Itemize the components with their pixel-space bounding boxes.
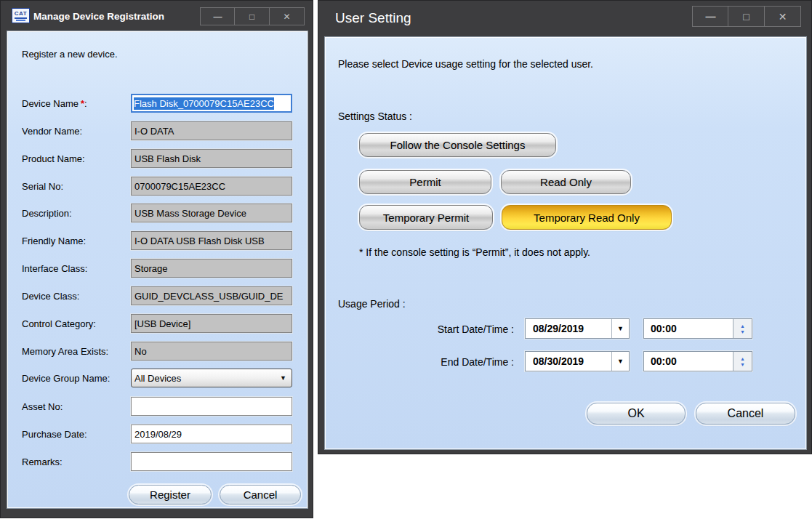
end-date-select[interactable]: 08/30/2019 ▼ [525, 351, 630, 371]
dropdown-arrow-icon[interactable]: ▼ [611, 319, 629, 338]
field-label: Description: [22, 208, 72, 219]
end-datetime-row: End Date/Time : 08/30/2019 ▼ 00:00 ▲ ▼ [325, 351, 808, 373]
field-label: Asset No: [22, 401, 63, 412]
control-category-field: [USB Device] [131, 314, 292, 333]
vendor-name-field: I-O DATA [131, 121, 292, 140]
intro-text: Register a new device. [22, 49, 118, 60]
field-row: Control Category: [USB Device] [22, 314, 292, 333]
device-group-select[interactable]: All Devices ▼ [131, 369, 292, 387]
close-icon: ✕ [779, 11, 787, 23]
minimize-button[interactable]: — [200, 7, 235, 25]
memory-area-exists-field: No [131, 342, 292, 361]
field-row: Device Name*: Flash Disk_0700079C15AE23C… [22, 94, 292, 113]
remarks-input[interactable] [131, 452, 292, 471]
field-row: Memory Area Exists: No [22, 342, 292, 361]
prompt-text: Please select Device usage setting for t… [338, 58, 593, 70]
field-label: Friendly Name: [22, 236, 86, 246]
field-row: Asset No: [22, 397, 292, 416]
close-button[interactable]: ✕ [765, 6, 801, 27]
register-button[interactable]: Register [129, 485, 212, 504]
spinner-up-icon[interactable]: ▲ [740, 356, 745, 361]
required-asterisk: * [79, 98, 84, 109]
note-text: * If the console setting is “Permit”, it… [359, 246, 590, 258]
cat-app-icon: CAT [12, 8, 30, 23]
settings-status-label: Settings Status : [338, 110, 412, 122]
maximize-button[interactable]: □ [728, 6, 765, 27]
titlebar[interactable]: User Setting — □ ✕ [318, 1, 811, 36]
minimize-icon: — [214, 12, 222, 22]
close-icon: ✕ [283, 12, 290, 22]
field-label: Device Class: [22, 291, 79, 302]
asset-no-input[interactable] [131, 397, 292, 416]
field-label: Vendor Name: [22, 126, 82, 137]
friendly-name-field: I-O DATA USB Flash Disk USB [131, 231, 292, 250]
cancel-button[interactable]: Cancel [220, 485, 301, 504]
field-label: Device Group Name: [22, 373, 110, 384]
permit-button[interactable]: Permit [359, 170, 491, 194]
temporary-read-only-button[interactable]: Temporary Read Only [502, 205, 672, 230]
user-setting-window: User Setting — □ ✕ Please select Device … [318, 0, 812, 454]
end-time-spinner[interactable]: 00:00 ▲ ▼ [643, 351, 752, 371]
field-label: Remarks: [22, 456, 63, 467]
field-row: Vendor Name: I-O DATA [22, 121, 292, 140]
interface-class-field: Storage [131, 259, 292, 278]
field-row: Serial No: 0700079C15AE23CC [22, 177, 292, 196]
window-title: Manage Device Registration [33, 11, 164, 22]
start-datetime-label: Start Date/Time : [325, 323, 514, 335]
minimize-icon: — [706, 11, 715, 23]
device-name-input[interactable]: Flash Disk_0700079C15AE23CC [131, 94, 292, 113]
product-name-field: USB Flash Disk [131, 149, 292, 168]
dropdown-arrow-icon: ▼ [280, 374, 286, 382]
field-row: Interface Class: Storage [22, 259, 292, 278]
start-date-select[interactable]: 08/29/2019 ▼ [525, 318, 630, 339]
spinner-up-icon[interactable]: ▲ [740, 323, 745, 329]
selected-text: Flash Disk_0700079C15AE23CC [134, 97, 274, 110]
field-label: Control Category: [22, 318, 96, 329]
description-field: USB Mass Storage Device [131, 204, 292, 222]
read-only-button[interactable]: Read Only [501, 170, 631, 194]
serial-no-field: 0700079C15AE23CC [131, 177, 292, 196]
end-datetime-label: End Date/Time : [325, 356, 514, 368]
field-label: Interface Class: [22, 263, 87, 274]
field-label: Memory Area Exists: [22, 346, 108, 357]
field-label: Purchase Date: [22, 429, 87, 440]
start-time-spinner[interactable]: 00:00 ▲ ▼ [643, 318, 752, 339]
manage-device-registration-window: CAT Manage Device Registration — □ ✕ Reg… [0, 0, 313, 518]
field-label: Serial No: [22, 181, 63, 192]
maximize-button[interactable]: □ [235, 7, 270, 25]
temporary-permit-button[interactable]: Temporary Permit [359, 205, 493, 230]
usage-period-label: Usage Period : [338, 298, 406, 310]
follow-console-settings-button[interactable]: Follow the Console Settings [359, 133, 556, 157]
field-row: Product Name: USB Flash Disk [22, 149, 292, 168]
field-row: Remarks: [22, 452, 292, 471]
spinner-buttons[interactable]: ▲ ▼ [733, 319, 752, 338]
ok-button[interactable]: OK [587, 403, 686, 425]
close-button[interactable]: ✕ [270, 7, 305, 25]
field-row: Description: USB Mass Storage Device [22, 204, 292, 222]
start-datetime-row: Start Date/Time : 08/29/2019 ▼ 00:00 ▲ ▼ [325, 318, 808, 340]
field-row: Purchase Date: 2019/08/29 [22, 425, 292, 443]
field-row: Device Class: GUID_DEVCLASS_USB/GUID_DE [22, 286, 292, 305]
dialog-body: Please select Device usage setting for t… [324, 36, 807, 450]
device-name-label: Device Name*: [22, 98, 87, 109]
device-class-field: GUID_DEVCLASS_USB/GUID_DE [131, 286, 292, 305]
purchase-date-input[interactable]: 2019/08/29 [131, 425, 292, 443]
cancel-button[interactable]: Cancel [696, 403, 795, 425]
field-row: Device Group Name: All Devices ▼ [22, 369, 292, 387]
field-label: Product Name: [22, 153, 85, 164]
spinner-down-icon[interactable]: ▼ [740, 329, 745, 334]
maximize-icon: □ [743, 11, 749, 23]
maximize-icon: □ [249, 12, 254, 22]
spinner-down-icon[interactable]: ▼ [740, 362, 745, 367]
dropdown-arrow-icon[interactable]: ▼ [611, 352, 629, 371]
titlebar[interactable]: CAT Manage Device Registration — □ ✕ [1, 1, 313, 31]
dialog-body: Register a new device. Device Name*: Fla… [7, 31, 308, 509]
window-title: User Setting [335, 10, 411, 26]
field-row: Friendly Name: I-O DATA USB Flash Disk U… [22, 231, 292, 250]
minimize-button[interactable]: — [692, 6, 728, 27]
spinner-buttons[interactable]: ▲ ▼ [733, 352, 752, 371]
